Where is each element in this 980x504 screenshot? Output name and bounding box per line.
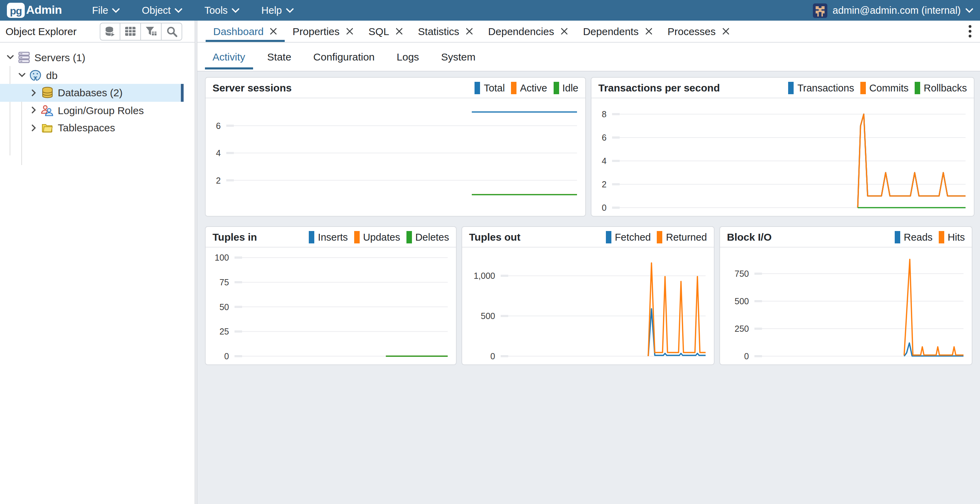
menu-tools[interactable]: Tools xyxy=(204,5,239,16)
menu-help[interactable]: Help xyxy=(261,5,294,16)
tab-dashboard[interactable]: Dashboard xyxy=(206,21,285,42)
legend-item-reads: Reads xyxy=(895,231,932,243)
chart-plot-area: 0250500750 xyxy=(720,248,972,364)
svg-text:0: 0 xyxy=(490,351,495,361)
filter-data-icon xyxy=(145,26,157,37)
chart-legend: InsertsUpdatesDeletes xyxy=(309,231,449,243)
caret-right-icon[interactable] xyxy=(29,89,38,96)
tree-item-databases-2[interactable]: Databases (2) xyxy=(0,84,184,102)
menu-object[interactable]: Object xyxy=(142,5,183,16)
legend-swatch xyxy=(354,231,360,243)
chevron-down-icon xyxy=(175,8,182,13)
user-menu-label: admin@admin.com (internal) xyxy=(832,5,961,16)
menubar: FileObjectToolsHelp xyxy=(81,5,305,16)
legend-item-deletes: Deletes xyxy=(406,231,449,243)
menu-label: Help xyxy=(261,5,282,16)
subtab-label: State xyxy=(267,51,291,62)
chart-card-tuples-out: Tuples outFetchedReturned05001,000 xyxy=(461,226,714,365)
menu-label: Object xyxy=(142,5,171,16)
legend-label: Hits xyxy=(948,231,965,242)
subtab-label: System xyxy=(441,51,476,62)
roles-icon xyxy=(41,105,54,116)
subtab-label: Activity xyxy=(213,51,245,62)
legend-label: Transactions xyxy=(797,82,854,93)
chart-card-tuples-in: Tuples inInsertsUpdatesDeletes0255075100 xyxy=(205,226,457,365)
kebab-icon xyxy=(968,25,972,38)
tab-dependents[interactable]: Dependents xyxy=(575,21,660,42)
tree-item-db[interactable]: db xyxy=(0,66,184,84)
caret-down-icon[interactable] xyxy=(17,73,27,78)
legend-label: Fetched xyxy=(615,231,651,242)
legend-label: Active xyxy=(520,82,547,93)
pgadmin-logo: pg Admin xyxy=(7,3,62,18)
subtab-label: Configuration xyxy=(313,51,374,62)
tab-processes[interactable]: Processes xyxy=(660,21,737,42)
chart-title: Server sessions xyxy=(213,82,291,94)
tree-item-login-group-roles[interactable]: Login/Group Roles xyxy=(0,102,184,119)
dashboard-subtab-strip: ActivityStateConfigurationLogsSystem xyxy=(197,43,980,72)
logo-admin-text: Admin xyxy=(26,3,62,17)
search-objects-button[interactable] xyxy=(162,22,182,40)
tab-sql[interactable]: SQL xyxy=(361,21,410,42)
subtab-system[interactable]: System xyxy=(434,43,483,71)
chevron-down-icon xyxy=(232,8,239,13)
menu-label: Tools xyxy=(204,5,228,16)
close-icon[interactable] xyxy=(270,27,277,35)
tab-properties[interactable]: Properties xyxy=(285,21,361,42)
svg-text:6: 6 xyxy=(216,121,221,130)
close-icon[interactable] xyxy=(722,27,729,35)
svg-text:2: 2 xyxy=(216,176,221,185)
svg-text:250: 250 xyxy=(735,324,749,334)
folder-icon xyxy=(41,122,54,134)
close-icon[interactable] xyxy=(560,27,568,35)
chart-title: Transactions per second xyxy=(598,82,720,94)
chart-plot-area: 246 xyxy=(206,98,585,216)
legend-label: Commits xyxy=(869,82,908,93)
chart-legend: ReadsHits xyxy=(895,231,965,243)
chart-title: Block I/O xyxy=(727,231,772,243)
logo-pg-text: pg xyxy=(10,5,22,16)
chevron-down-icon xyxy=(966,8,973,13)
user-menu[interactable]: admin@admin.com (internal) xyxy=(832,5,973,16)
caret-right-icon[interactable] xyxy=(29,107,38,114)
legend-label: Rollbacks xyxy=(924,82,967,93)
chart-card-transactions-per-second: Transactions per secondTransactionsCommi… xyxy=(591,77,975,216)
database-icon xyxy=(41,87,54,99)
legend-label: Inserts xyxy=(318,231,348,242)
menu-label: File xyxy=(92,5,108,16)
legend-swatch xyxy=(553,81,559,94)
subtab-label: Logs xyxy=(397,51,419,62)
subtab-state[interactable]: State xyxy=(259,43,299,71)
subtab-activity[interactable]: Activity xyxy=(205,43,253,71)
tree-item-label: Tablespaces xyxy=(58,122,115,134)
svg-text:100: 100 xyxy=(215,253,229,262)
legend-label: Idle xyxy=(562,82,578,93)
close-icon[interactable] xyxy=(466,27,473,35)
close-icon[interactable] xyxy=(346,27,353,35)
caret-right-icon[interactable] xyxy=(29,124,38,131)
tree-item-servers-1[interactable]: Servers (1) xyxy=(0,49,184,66)
subtab-configuration[interactable]: Configuration xyxy=(306,43,382,71)
subtab-logs[interactable]: Logs xyxy=(389,43,427,71)
tree-item-label: Servers (1) xyxy=(34,52,85,64)
connect-database-button[interactable] xyxy=(100,22,120,40)
tree-item-label: db xyxy=(46,70,57,81)
tree-item-tablespaces[interactable]: Tablespaces xyxy=(0,119,184,137)
view-data-button[interactable] xyxy=(120,22,141,40)
legend-label: Updates xyxy=(363,231,400,242)
chart-plot-area: 05001,000 xyxy=(462,248,714,364)
caret-down-icon[interactable] xyxy=(5,56,15,60)
menu-file[interactable]: File xyxy=(92,5,120,16)
tab-label: Dependencies xyxy=(488,25,554,37)
tab-strip-menu-button[interactable] xyxy=(960,25,980,38)
svg-text:1,000: 1,000 xyxy=(474,271,495,281)
legend-item-inserts: Inserts xyxy=(309,231,348,243)
close-icon[interactable] xyxy=(645,27,652,35)
tab-dependencies[interactable]: Dependencies xyxy=(481,21,576,42)
panel-splitter[interactable] xyxy=(195,21,197,504)
pgadmin-logo-icon: pg xyxy=(7,3,25,18)
tab-statistics[interactable]: Statistics xyxy=(410,21,481,42)
filter-data-button[interactable] xyxy=(141,22,162,40)
chart-card-server-sessions: Server sessionsTotalActiveIdle246 xyxy=(205,77,586,216)
close-icon[interactable] xyxy=(395,27,403,35)
